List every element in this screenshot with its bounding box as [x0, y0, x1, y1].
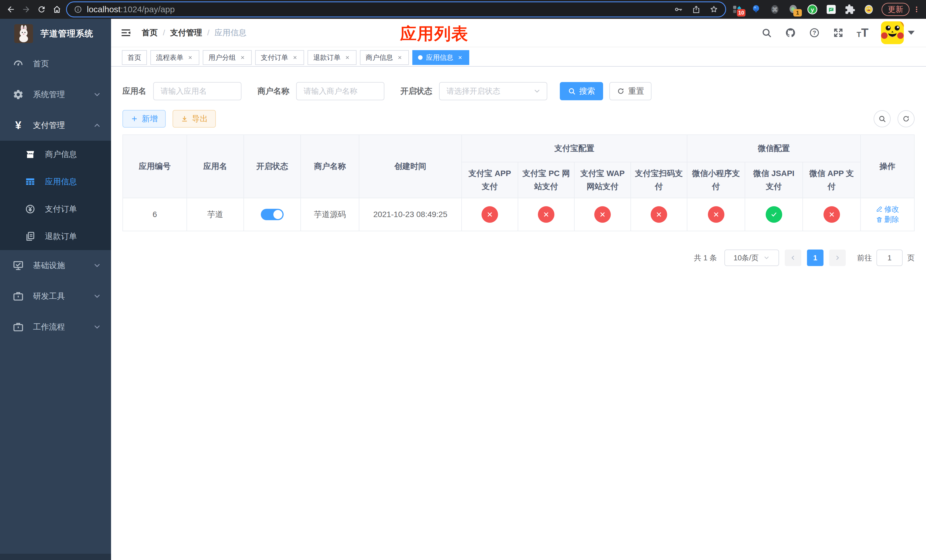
browser-home-button[interactable]: [51, 3, 63, 16]
status-badge-closed: [481, 206, 498, 223]
extension-session-icon[interactable]: 1: [788, 3, 800, 15]
goto-page-input[interactable]: [876, 250, 903, 266]
briefcase-icon: [12, 321, 24, 333]
user-menu[interactable]: [881, 21, 915, 44]
yuan-icon: ¥: [12, 119, 24, 132]
browser-reload-button[interactable]: [35, 3, 48, 16]
sidebar: 芋道管理系统 首页 系统管理 ¥ 支付管理: [0, 19, 111, 560]
sidebar-item-pay-orders[interactable]: 支付订单: [0, 195, 111, 223]
status-badge-closed: [708, 206, 725, 223]
close-icon[interactable]: [396, 54, 403, 61]
bookmark-star-icon[interactable]: [709, 5, 719, 14]
font-size-icon[interactable]: TT: [856, 27, 869, 38]
address-bar[interactable]: localhost:1024/pay/app: [66, 2, 726, 17]
toggle-search-button[interactable]: [874, 110, 891, 127]
tag-user-group[interactable]: 用户分组: [203, 50, 252, 65]
cell-app-name: 芋道: [187, 198, 244, 231]
breadcrumb-payment[interactable]: 支付管理: [170, 27, 202, 38]
sidebar-menu: 首页 系统管理 ¥ 支付管理 商户信息: [0, 48, 111, 342]
chevron-down-icon: [763, 254, 770, 261]
sidebar-logo[interactable]: 芋道管理系统: [0, 19, 111, 48]
sidebar-item-refund-orders[interactable]: 退款订单: [0, 223, 111, 250]
github-icon[interactable]: [785, 27, 796, 38]
sidebar-item-merchant-info[interactable]: 商户信息: [0, 141, 111, 168]
tag-pay-orders[interactable]: 支付订单: [255, 50, 304, 65]
delete-link[interactable]: 删除: [876, 215, 899, 224]
pagination-goto: 前往 页: [857, 250, 915, 266]
sidebar-item-system[interactable]: 系统管理: [0, 79, 111, 110]
logo-rabbit-image: [14, 24, 33, 43]
sidebar-footer-bar: [0, 554, 111, 560]
browser-update-button[interactable]: 更新: [882, 3, 909, 16]
avatar: [881, 21, 904, 44]
refresh-table-button[interactable]: [897, 110, 915, 127]
breadcrumb-separator: /: [207, 28, 210, 37]
browser-menu-button[interactable]: [912, 3, 921, 16]
export-button[interactable]: 导出: [172, 110, 216, 128]
fullscreen-icon[interactable]: [832, 27, 844, 38]
sidebar-item-payment[interactable]: ¥ 支付管理: [0, 110, 111, 141]
sidebar-item-infrastructure[interactable]: 基础设施: [0, 250, 111, 281]
extension-balloon-icon[interactable]: [750, 3, 762, 15]
close-icon[interactable]: [457, 54, 464, 61]
shop-icon: [24, 148, 36, 160]
extension-sidekick-icon[interactable]: 10: [731, 3, 743, 15]
top-navbar: 首页 / 支付管理 / 应用信息 应用列表 TT: [111, 19, 926, 47]
col-alipay-qr: 支付宝扫码支付: [631, 162, 687, 198]
close-icon[interactable]: [344, 54, 351, 61]
close-icon: [828, 211, 835, 218]
next-page-button[interactable]: [829, 250, 846, 266]
status-badge-closed: [651, 206, 667, 223]
extension-y-icon[interactable]: y: [806, 3, 819, 15]
extension-command-icon[interactable]: ⌘: [769, 3, 781, 15]
status-toggle[interactable]: [261, 209, 284, 220]
close-icon[interactable]: [292, 54, 298, 61]
tag-merchant-info[interactable]: 商户信息: [360, 50, 409, 65]
coin-yen-icon: [24, 203, 36, 215]
app-name-input[interactable]: [153, 82, 242, 100]
site-info-icon[interactable]: [74, 5, 82, 14]
page-number-button[interactable]: 1: [807, 250, 823, 266]
search-button[interactable]: 搜索: [560, 82, 603, 100]
browser-forward-button[interactable]: [20, 3, 32, 16]
sidebar-item-home[interactable]: 首页: [0, 48, 111, 79]
documents-icon: [24, 230, 36, 243]
password-key-icon[interactable]: [674, 5, 683, 14]
status-badge-enabled: [766, 206, 782, 223]
screen: localhost:1024/pay/app 10 ⌘ 1: [0, 0, 926, 560]
breadcrumb-home[interactable]: 首页: [142, 27, 158, 38]
col-alipay-pc: 支付宝 PC 网站支付: [518, 162, 574, 198]
edit-link[interactable]: 修改: [876, 204, 899, 214]
col-app-id: 应用编号: [123, 135, 187, 198]
page-size-select[interactable]: 10条/页: [725, 250, 779, 266]
reset-button[interactable]: 重置: [609, 82, 652, 100]
add-button[interactable]: 新增: [123, 110, 166, 128]
profile-avatar-icon[interactable]: [863, 3, 875, 15]
status-select[interactable]: 请选择开启状态: [439, 82, 547, 100]
close-icon[interactable]: [187, 54, 194, 61]
tags-view: 首页 流程表单 用户分组 支付订单 退款订单: [111, 47, 926, 67]
sidebar-collapse-icon[interactable]: [120, 26, 132, 39]
tag-app-info[interactable]: 应用信息: [412, 50, 469, 65]
share-icon[interactable]: [691, 5, 701, 14]
tag-refund-orders[interactable]: 退款订单: [307, 50, 357, 65]
merchant-name-input[interactable]: [296, 82, 384, 100]
close-icon[interactable]: [239, 54, 246, 61]
sidebar-item-workflow[interactable]: 工作流程: [0, 312, 111, 342]
help-icon[interactable]: [809, 27, 820, 38]
chevron-down-icon: [93, 323, 101, 331]
prev-page-button[interactable]: [785, 250, 801, 266]
pagination-total: 共 1 条: [694, 253, 717, 263]
tag-process-form[interactable]: 流程表单: [150, 50, 199, 65]
col-created: 创建时间: [359, 135, 461, 198]
browser-back-button[interactable]: [5, 3, 17, 16]
extensions-puzzle-icon[interactable]: [844, 3, 856, 15]
tag-home[interactable]: 首页: [122, 50, 147, 65]
omnibox-actions: [674, 5, 719, 14]
search-icon[interactable]: [761, 27, 772, 38]
svg-text:⌘: ⌘: [772, 6, 778, 13]
sidebar-item-dev-tools[interactable]: 研发工具: [0, 281, 111, 312]
sidebar-item-app-info[interactable]: 应用信息: [0, 168, 111, 195]
extension-chat-icon[interactable]: [825, 3, 837, 15]
col-wechat-app: 微信 APP 支付: [803, 162, 861, 198]
